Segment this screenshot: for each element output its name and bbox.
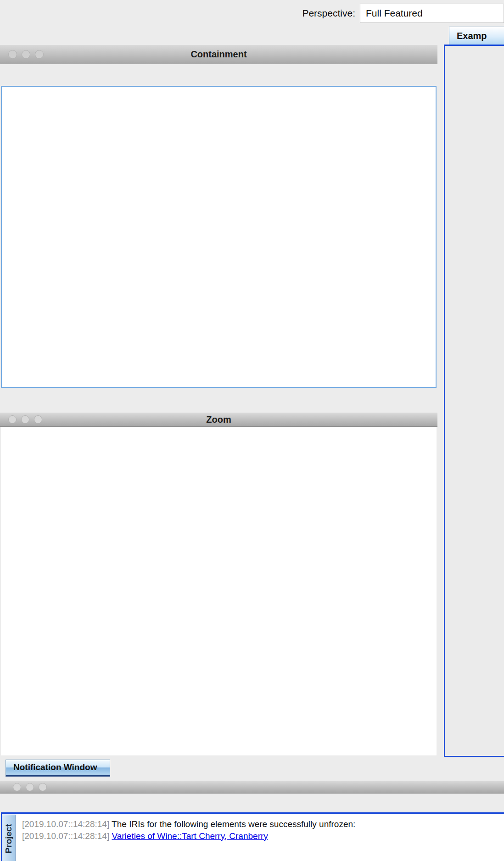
log-message: The IRIs for the following elements were… — [112, 819, 355, 829]
application-window: Perspective: Full Featured Containment Z… — [0, 0, 504, 861]
window-close-icon[interactable] — [8, 415, 17, 424]
containment-title: Containment — [0, 49, 437, 60]
main-toolbar: Perspective: Full Featured — [0, 0, 504, 26]
project-tab-label: Project — [4, 824, 14, 853]
project-side-tab[interactable]: Project — [2, 815, 16, 861]
log-timestamp: [2019.10.07::14:28:14] — [22, 819, 109, 829]
window-minimize-icon[interactable] — [21, 415, 29, 424]
perspective-label: Perspective: — [302, 8, 355, 19]
log-element-link[interactable]: Varieties of Wine::Tart Cherry, Cranberr… — [112, 831, 268, 841]
tab-example-diagram[interactable]: Examp — [449, 27, 504, 45]
perspective-value: Full Featured — [366, 8, 423, 19]
log-entry: [2019.10.07::14:28:14] Varieties of Wine… — [22, 831, 268, 841]
zoom-overview-panel — [1, 427, 437, 755]
log-entry: [2019.10.07::14:28:14] The IRIs for the … — [22, 819, 355, 829]
containment-tree — [1, 86, 437, 388]
window-minimize-icon[interactable] — [26, 783, 34, 791]
window-minimize-icon[interactable] — [22, 50, 30, 59]
containment-toolbar — [0, 64, 437, 86]
notification-window-button[interactable]: Notification Window — [6, 760, 110, 777]
log-timestamp: [2019.10.07::14:28:14] — [22, 831, 109, 841]
perspective-select[interactable]: Full Featured — [360, 4, 504, 23]
zoom-tab-bar — [0, 391, 437, 412]
example-tab-label: Examp — [457, 31, 487, 41]
window-zoom-icon[interactable] — [34, 415, 42, 424]
window-close-icon[interactable] — [13, 783, 21, 791]
notification-log: Project [2019.10.07::14:28:14] The IRIs … — [1, 812, 504, 861]
notification-titlebar — [0, 780, 504, 794]
containment-titlebar: Containment — [0, 45, 437, 64]
window-zoom-icon[interactable] — [35, 50, 44, 59]
diagram-palette-panel — [444, 45, 504, 757]
zoom-titlebar: Zoom — [0, 412, 437, 427]
window-close-icon[interactable] — [8, 50, 17, 59]
notification-button-label: Notification Window — [13, 762, 97, 772]
workspace-tab-bar — [0, 26, 441, 45]
window-zoom-icon[interactable] — [39, 783, 47, 791]
zoom-title: Zoom — [0, 414, 437, 425]
